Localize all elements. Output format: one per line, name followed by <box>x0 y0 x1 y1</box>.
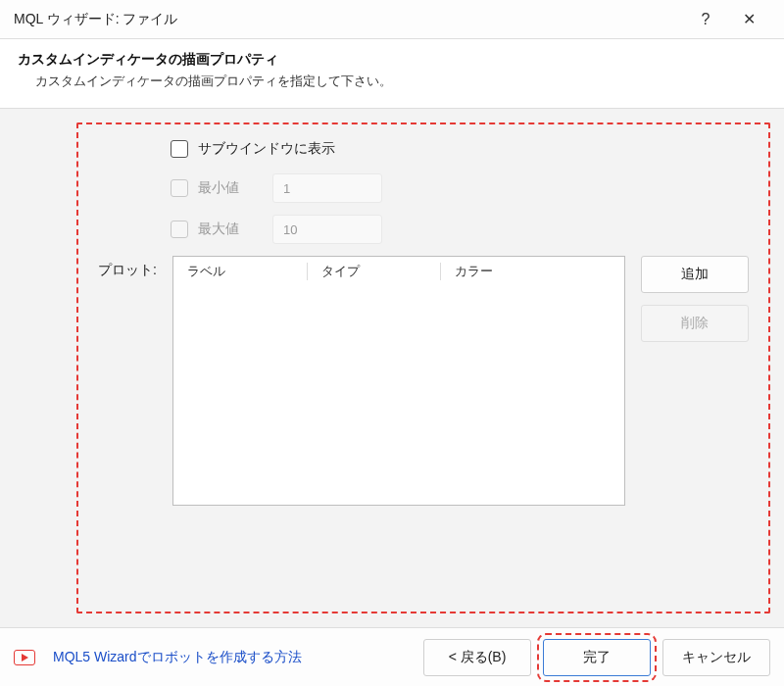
cancel-button[interactable]: キャンセル <box>662 639 770 676</box>
max-row: 最大値 10 <box>98 215 749 244</box>
header-subtitle: カスタムインディケータの描画プロパティを指定して下さい。 <box>18 73 766 90</box>
min-input: 1 <box>272 173 382 203</box>
min-checkbox <box>171 179 188 197</box>
add-button[interactable]: 追加 <box>641 256 749 293</box>
remove-button: 削除 <box>641 305 749 342</box>
subwindow-checkbox[interactable] <box>171 140 188 158</box>
wizard-window: MQL ウィザード: ファイル ? ✕ カスタムインディケータの描画プロパティ … <box>0 0 784 686</box>
table-header: ラベル タイプ カラー <box>173 257 624 286</box>
footer: MQL5 Wizardでロボットを作成する方法 < 戻る(B) 完了 キャンセル <box>0 627 784 686</box>
help-link[interactable]: MQL5 Wizardでロボットを作成する方法 <box>53 649 412 666</box>
svg-marker-0 <box>22 654 28 662</box>
min-row: 最小値 1 <box>98 173 749 203</box>
col-type[interactable]: タイプ <box>307 263 440 280</box>
subwindow-row: サブウインドウに表示 <box>98 140 749 158</box>
max-input: 10 <box>272 215 382 244</box>
header: カスタムインディケータの描画プロパティ カスタムインディケータの描画プロパティを… <box>0 39 784 109</box>
finish-button[interactable]: 完了 <box>543 639 651 676</box>
header-title: カスタムインディケータの描画プロパティ <box>18 51 766 69</box>
plot-table[interactable]: ラベル タイプ カラー <box>172 256 625 506</box>
window-title: MQL ウィザード: ファイル <box>14 11 684 28</box>
youtube-icon <box>14 650 35 665</box>
col-label[interactable]: ラベル <box>173 263 307 280</box>
titlebar: MQL ウィザード: ファイル ? ✕ <box>0 0 784 39</box>
close-button[interactable]: ✕ <box>727 0 770 39</box>
max-checkbox <box>171 220 188 238</box>
plot-label: プロット: <box>98 262 157 279</box>
help-button[interactable]: ? <box>684 0 727 39</box>
highlight-frame: サブウインドウに表示 最小値 1 最大値 10 プロット: <box>76 122 770 613</box>
back-button[interactable]: < 戻る(B) <box>423 639 531 676</box>
side-buttons: 追加 削除 <box>641 256 749 342</box>
subwindow-label: サブウインドウに表示 <box>198 140 335 158</box>
min-label: 最小値 <box>198 179 239 197</box>
content-area: サブウインドウに表示 最小値 1 最大値 10 プロット: <box>0 109 784 627</box>
plot-section: プロット: ラベル タイプ カラー 追加 削除 <box>98 256 749 506</box>
col-color[interactable]: カラー <box>440 263 573 280</box>
max-label: 最大値 <box>198 220 239 238</box>
